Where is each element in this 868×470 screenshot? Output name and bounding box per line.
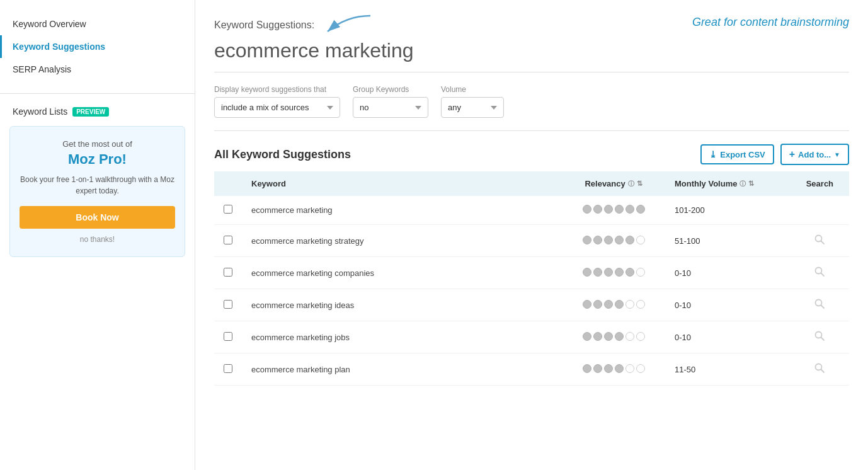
no-thanks-link[interactable]: no thanks! (80, 235, 115, 244)
row-keyword: ecommerce marketing companies (242, 257, 562, 289)
table-body: ecommerce marketing101-200ecommerce mark… (214, 196, 849, 386)
main-content: Keyword Suggestions: ecommerce marketing… (195, 0, 868, 470)
th-keyword: Keyword (242, 171, 562, 196)
row-search-cell (791, 196, 849, 225)
row-1-checkbox[interactable] (224, 236, 232, 244)
svg-line-8 (821, 338, 825, 341)
table-head: Keyword Relevancy ⓘ ⇅ Monthly Volume ⓘ ⇅ (214, 171, 849, 196)
export-csv-button[interactable]: ⤓ Export CSV (700, 144, 774, 164)
row-search-cell (791, 257, 849, 289)
row-search-button[interactable] (814, 362, 825, 376)
svg-line-2 (821, 241, 825, 244)
preview-badge: PREVIEW (72, 107, 109, 117)
row-keyword: ecommerce marketing (242, 196, 562, 225)
row-4-checkbox[interactable] (224, 332, 232, 341)
th-relevancy: Relevancy ⓘ ⇅ (562, 171, 665, 196)
group-filter-group: Group Keywords no (353, 85, 428, 118)
page-header: Keyword Suggestions: ecommerce marketing… (214, 13, 849, 72)
row-relevancy (562, 353, 665, 386)
sidebar-item-keyword-overview[interactable]: Keyword Overview (0, 13, 195, 35)
th-monthly-volume: Monthly Volume ⓘ ⇅ (665, 171, 791, 196)
monthly-volume-info-icon[interactable]: ⓘ (740, 180, 746, 188)
table-row: ecommerce marketing plan11-50 (214, 353, 849, 386)
plus-icon: + (789, 149, 795, 160)
row-5-checkbox[interactable] (224, 364, 232, 373)
row-checkbox-cell (214, 225, 242, 257)
row-relevancy (562, 289, 665, 321)
sidebar-navigation: Keyword OverviewKeyword SuggestionsSERP … (0, 13, 195, 81)
row-keyword: ecommerce marketing plan (242, 353, 562, 386)
row-monthly-volume: 11-50 (665, 353, 791, 386)
keyword-suggestions-label: Keyword Suggestions: (214, 13, 414, 38)
row-monthly-volume: 0-10 (665, 257, 791, 289)
table-row: ecommerce marketing jobs0-10 (214, 321, 849, 353)
annotation-text: Great for content brainstorming (692, 16, 849, 29)
row-monthly-volume: 0-10 (665, 289, 791, 321)
filters-row: Display keyword suggestions that include… (214, 85, 849, 118)
row-monthly-volume: 101-200 (665, 196, 791, 225)
row-checkbox-cell (214, 353, 242, 386)
filters-divider (214, 130, 849, 131)
sidebar: Keyword OverviewKeyword SuggestionsSERP … (0, 0, 195, 470)
promo-get-most: Get the most out of (20, 139, 175, 149)
add-to-button[interactable]: + Add to... ▼ (780, 144, 849, 165)
svg-line-4 (821, 273, 825, 277)
header-divider (214, 72, 849, 72)
arrow-icon (321, 13, 372, 38)
svg-line-6 (821, 306, 825, 309)
volume-filter-group: Volume any (441, 85, 504, 118)
row-monthly-volume: 51-100 (665, 225, 791, 257)
row-relevancy (562, 257, 665, 289)
keyword-lists-row: Keyword Lists PREVIEW (0, 103, 195, 126)
table-title: All Keyword Suggestions (214, 148, 351, 161)
row-2-checkbox[interactable] (224, 268, 232, 277)
row-checkbox-cell (214, 321, 242, 353)
relevancy-sort-icon[interactable]: ⇅ (637, 180, 642, 188)
row-keyword: ecommerce marketing ideas (242, 289, 562, 321)
row-checkbox-cell (214, 289, 242, 321)
table-row: ecommerce marketing companies0-10 (214, 257, 849, 289)
volume-filter-label: Volume (441, 85, 504, 94)
row-checkbox-cell (214, 196, 242, 225)
table-row: ecommerce marketing ideas0-10 (214, 289, 849, 321)
monthly-volume-sort-icon[interactable]: ⇅ (748, 180, 754, 188)
row-3-checkbox[interactable] (224, 300, 232, 309)
dropdown-arrow-icon: ▼ (834, 151, 840, 158)
row-0-checkbox[interactable] (224, 205, 232, 214)
promo-description: Book your free 1-on-1 walkthrough with a… (20, 174, 175, 197)
row-search-button[interactable] (814, 330, 825, 344)
display-filter-select[interactable]: include a mix of sources (214, 97, 340, 118)
sidebar-divider (0, 93, 195, 94)
promo-moz-pro: Moz Pro! (20, 151, 175, 168)
th-checkbox (214, 171, 242, 196)
table-actions: ⤓ Export CSV + Add to... ▼ (700, 144, 849, 165)
row-relevancy (562, 321, 665, 353)
display-filter-group: Display keyword suggestions that include… (214, 85, 340, 118)
export-icon: ⤓ (709, 149, 717, 159)
row-relevancy (562, 196, 665, 225)
volume-filter-select[interactable]: any (441, 97, 504, 118)
row-monthly-volume: 0-10 (665, 321, 791, 353)
display-filter-label: Display keyword suggestions that (214, 85, 340, 94)
row-search-button[interactable] (814, 298, 825, 312)
row-search-button[interactable] (814, 266, 825, 280)
row-search-button[interactable] (814, 234, 825, 248)
row-search-cell (791, 353, 849, 386)
promo-box: Get the most out of Moz Pro! Book your f… (9, 126, 185, 257)
row-search-cell (791, 321, 849, 353)
group-filter-label: Group Keywords (353, 85, 428, 94)
row-search-cell (791, 289, 849, 321)
book-now-button[interactable]: Book Now (20, 206, 175, 229)
table-row: ecommerce marketing strategy51-100 (214, 225, 849, 257)
sidebar-item-serp-analysis[interactable]: SERP Analysis (0, 58, 195, 81)
table-row: ecommerce marketing101-200 (214, 196, 849, 225)
sidebar-item-keyword-suggestions[interactable]: Keyword Suggestions (0, 35, 195, 58)
row-checkbox-cell (214, 257, 242, 289)
keyword-lists-label: Keyword Lists (13, 106, 67, 117)
row-keyword: ecommerce marketing jobs (242, 321, 562, 353)
relevancy-info-icon[interactable]: ⓘ (628, 180, 634, 188)
th-search: Search (791, 171, 849, 196)
group-filter-select[interactable]: no (353, 97, 428, 118)
main-keyword: ecommerce marketing (214, 39, 414, 62)
row-relevancy (562, 225, 665, 257)
